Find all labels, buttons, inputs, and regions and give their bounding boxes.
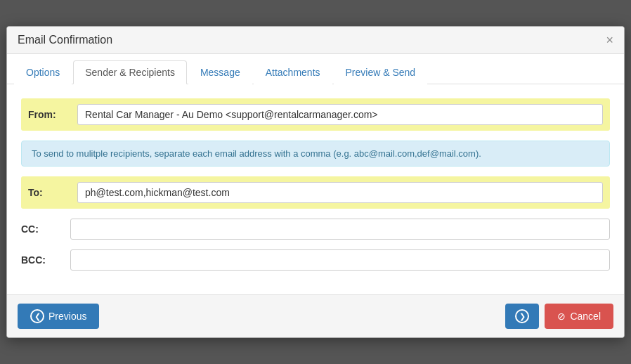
info-box: To send to mulitple recipients, separate… (21, 141, 610, 167)
modal-header: Email Confirmation × (7, 27, 624, 54)
from-row: From: (21, 98, 610, 131)
previous-button[interactable]: Previous (18, 304, 99, 329)
cc-input[interactable] (70, 219, 610, 240)
footer-right-actions: Cancel (505, 304, 613, 329)
cancel-button[interactable]: Cancel (545, 304, 613, 329)
cc-label: CC: (21, 223, 70, 235)
from-label: From: (28, 109, 77, 120)
modal-body: From: To send to mulitple recipients, se… (7, 84, 624, 294)
modal-title: Email Confirmation (18, 34, 112, 46)
previous-icon (30, 309, 44, 323)
from-input[interactable] (77, 104, 603, 125)
to-label: To: (28, 187, 77, 198)
tab-bar: Options Sender & Recipients Message Atta… (7, 54, 624, 84)
tab-options[interactable]: Options (14, 60, 72, 84)
next-button[interactable] (505, 304, 539, 329)
bcc-row: BCC: (21, 249, 610, 271)
to-row: To: (21, 176, 610, 209)
next-icon (515, 309, 529, 323)
cancel-icon (557, 311, 566, 322)
cc-row: CC: (21, 219, 610, 240)
modal-footer: Previous Cancel (7, 294, 624, 337)
bcc-label: BCC: (21, 254, 70, 266)
tab-preview-send[interactable]: Preview & Send (334, 60, 428, 84)
email-confirmation-modal: Email Confirmation × Options Sender & Re… (6, 26, 625, 338)
tab-sender-recipients[interactable]: Sender & Recipients (73, 60, 187, 84)
tab-attachments[interactable]: Attachments (254, 60, 332, 84)
tab-message[interactable]: Message (188, 60, 252, 84)
bcc-input[interactable] (70, 249, 610, 271)
close-button[interactable]: × (606, 34, 613, 46)
to-input[interactable] (77, 182, 603, 203)
